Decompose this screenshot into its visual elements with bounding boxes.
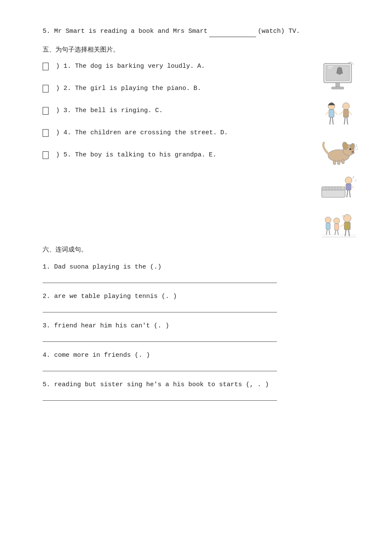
svg-point-36 [345,177,352,184]
q5-suffix: (watch) TV. [258,28,300,35]
s6-item-3: 3. friend hear him his can't (. ) [43,320,358,342]
s6-text-5: 5. reading but sister sing he's a his bo… [43,379,358,390]
images-column: ♪ ♫ [320,61,358,241]
match-item-1: ) 1. The dog is barking very loudly. A. [43,61,311,72]
svg-point-54 [343,214,351,222]
section6: 六、连词成句。 1. Dad suona playing is the (.) … [43,246,358,401]
matching-left: ) 1. The dog is barking very loudly. A. … [43,61,311,172]
svg-line-57 [349,230,349,236]
svg-line-40 [347,190,348,197]
section5-title: 五、为句子选择相关图片。 [43,46,358,54]
svg-rect-14 [343,110,349,117]
section6-title: 六、连词成句。 [43,246,358,254]
svg-line-49 [329,229,330,235]
svg-rect-47 [326,223,330,229]
svg-line-11 [326,111,329,115]
s6-item-5: 5. reading but sister sing he's a his bo… [43,379,358,401]
match-text-5: ) 5. The boy is talking to his grandpa. [52,150,205,160]
svg-rect-25 [333,160,336,165]
image-C [320,136,358,168]
match-item-3: ) 3. The bell is ringing. C. [43,106,311,116]
match-text-4: ) 4. The children are crossing the stree… [52,128,217,138]
match-item-4: ) 4. The children are crossing the stree… [43,128,311,138]
svg-point-50 [334,218,340,224]
svg-rect-26 [337,160,340,165]
s6-item-2: 2. are we table playing tennis (. ) [43,291,358,312]
svg-line-10 [332,117,333,124]
s6-line-5 [43,393,277,401]
match-label-4: D. [220,128,228,138]
svg-line-17 [339,111,343,115]
svg-line-48 [326,229,327,235]
svg-rect-55 [344,222,350,230]
match-text-2: ) 2. The girl is playing the piano. [52,84,190,94]
svg-rect-4 [336,83,340,87]
s6-text-4: 4. come more in friends (. ) [43,350,358,361]
svg-line-53 [337,230,338,235]
svg-line-56 [345,230,346,236]
match-label-3: C. [155,106,163,116]
svg-rect-29 [322,187,345,190]
q5-text: 5. Mr Smart is reading a book and Mrs Sm… [43,28,208,35]
answer-paren-5 [43,151,49,159]
s6-text-1: 1. Dad suona playing is the (.) [43,261,358,273]
s6-line-4 [43,364,277,371]
s6-line-3 [43,334,277,342]
svg-point-23 [349,148,351,150]
svg-line-16 [347,117,348,124]
s6-line-2 [43,305,277,312]
match-text-3: ) 3. The bell is ringing. [52,106,152,116]
answer-paren-4 [43,129,49,137]
question-5-fill: 5. Mr Smart is reading a book and Mrs Sm… [43,26,358,37]
s6-line-1 [43,275,277,283]
s6-item-1: 1. Dad suona playing is the (.) [43,261,358,283]
svg-rect-6 [338,73,341,75]
svg-point-46 [325,217,331,223]
match-item-2: ) 2. The girl is playing the piano. B. [43,84,311,94]
svg-line-39 [351,185,354,188]
match-label-1: A. [197,61,205,72]
svg-rect-8 [329,110,334,117]
svg-line-12 [334,111,337,115]
svg-rect-27 [342,159,344,164]
image-A [320,61,358,98]
s6-text-3: 3. friend hear him his can't (. ) [43,320,358,332]
svg-line-58 [340,224,344,227]
svg-point-24 [352,151,354,153]
match-label-2: B. [193,84,201,94]
match-item-5: ) 5. The boy is talking to his grandpa. … [43,150,311,160]
svg-point-13 [343,103,349,110]
svg-line-15 [344,117,345,124]
s6-text-2: 2. are we table playing tennis (. ) [43,291,358,302]
matching-section: ) 1. The dog is barking very loudly. A. … [43,61,358,241]
answer-paren-2 [43,85,49,92]
svg-line-52 [335,230,336,235]
svg-rect-5 [331,87,344,89]
answer-paren-3 [43,107,49,115]
image-B [320,101,358,133]
svg-line-41 [349,190,350,197]
s6-item-4: 4. come more in friends (. ) [43,350,358,371]
image-E [320,211,358,241]
match-label-5: E. [209,150,216,160]
image-D: ♪ ♫ [320,172,358,208]
svg-rect-37 [346,184,351,190]
svg-rect-51 [334,224,339,230]
svg-text:♫: ♫ [355,178,357,182]
svg-line-18 [349,111,352,115]
q5-blank [209,37,256,37]
answer-paren-1 [43,63,49,70]
match-text-1: ) 1. The dog is barking very loudly. [52,61,194,72]
svg-line-9 [330,117,331,124]
